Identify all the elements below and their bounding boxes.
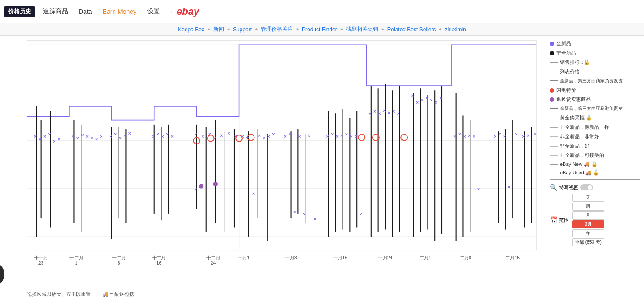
svg-text:×: × bbox=[508, 185, 511, 190]
legend-acceptable: 非全新品，可接受的 bbox=[550, 152, 640, 159]
nav-ebay[interactable]: ebay bbox=[177, 6, 199, 17]
svg-text:×: × bbox=[38, 137, 41, 142]
sep4: ✦ bbox=[296, 27, 299, 32]
main-content: $25 $20 $15 $10 $5 bbox=[0, 36, 644, 300]
svg-text:×: × bbox=[307, 134, 310, 139]
close-up-toggle[interactable] bbox=[580, 184, 593, 190]
legend-like-new: 非全新品，像新品一样 bbox=[550, 124, 640, 131]
truck-note: 🚚 = 配送包括 bbox=[102, 291, 134, 298]
svg-text:×: × bbox=[425, 96, 428, 101]
svg-text:×: × bbox=[272, 132, 275, 137]
legend-return: 退换货实惠商品 bbox=[550, 96, 640, 103]
nav-arrow: → bbox=[168, 8, 173, 15]
range-btn-year[interactable]: 年 bbox=[572, 229, 604, 237]
legend-sales-rank: 销售排行 ↕🔒 bbox=[550, 59, 640, 66]
svg-text:×: × bbox=[503, 135, 506, 139]
legend-line-good bbox=[550, 146, 558, 147]
nav-product-finder[interactable]: Product Finder bbox=[302, 26, 337, 33]
svg-text:×: × bbox=[171, 135, 174, 139]
svg-text:×: × bbox=[86, 135, 89, 139]
legend-label-likenew: 非全新品，像新品一样 bbox=[560, 124, 609, 131]
range-btn-all[interactable]: 全部 (853 天) bbox=[572, 238, 604, 246]
legend-label-new3p: 全新品，第三方由商家负责发货 bbox=[560, 78, 623, 84]
legend-label-good: 非全新品，好 bbox=[560, 143, 589, 149]
svg-text:×: × bbox=[499, 132, 501, 137]
legend-line-likenew bbox=[550, 127, 558, 128]
legend-line-buybox bbox=[550, 118, 558, 118]
legend-flash: 闪电特价 bbox=[550, 87, 640, 93]
svg-text:×: × bbox=[95, 137, 98, 142]
svg-text:十二月: 十二月 bbox=[112, 255, 125, 260]
svg-text:×: × bbox=[527, 134, 530, 139]
svg-text:一月1: 一月1 bbox=[238, 255, 250, 260]
svg-text:×: × bbox=[458, 132, 461, 137]
svg-text:×: × bbox=[331, 132, 334, 137]
svg-text:×: × bbox=[355, 135, 357, 139]
second-nav: Keepa Box ✦ 新闻 ✦ Support ✦ 管理价格关注 ✦ Prod… bbox=[0, 23, 644, 36]
range-btn-month[interactable]: 月 bbox=[572, 211, 604, 220]
legend-label-ebayused: eBay Used 🚚 🔒 bbox=[560, 170, 599, 176]
svg-text:×: × bbox=[284, 135, 287, 139]
nav-settings[interactable]: 设置 bbox=[143, 5, 164, 18]
svg-text:×: × bbox=[411, 93, 414, 98]
amz-scout-logo: AMZ 🔥 SCOUT PRO bbox=[0, 262, 4, 287]
svg-text:×: × bbox=[314, 216, 316, 221]
svg-text:×: × bbox=[267, 135, 270, 139]
svg-text:24: 24 bbox=[211, 261, 216, 266]
svg-text:×: × bbox=[453, 135, 456, 139]
range-btn-3month[interactable]: 3月 bbox=[572, 220, 604, 228]
svg-text:×: × bbox=[373, 109, 376, 114]
legend-dot-flash bbox=[550, 88, 554, 93]
legend-line-ebayused bbox=[550, 173, 558, 173]
svg-text:×: × bbox=[288, 132, 291, 137]
svg-point-143 bbox=[401, 134, 407, 140]
legend-list-price: 列表价格 bbox=[550, 68, 640, 75]
legend-label-new: 全新品 bbox=[556, 40, 571, 47]
nav-earn-money[interactable]: Earn Money bbox=[98, 5, 141, 18]
svg-text:二月15: 二月15 bbox=[505, 255, 520, 260]
legend-label-acceptable: 非全新品，可接受的 bbox=[560, 152, 604, 159]
close-up-row: 🔍 特写视图 bbox=[550, 184, 640, 191]
svg-text:×: × bbox=[194, 132, 197, 137]
nav-price-alert[interactable]: 管理价格关注 bbox=[261, 25, 293, 33]
legend-label-list: 列表价格 bbox=[560, 68, 580, 75]
svg-text:×: × bbox=[128, 131, 131, 136]
range-btn-week[interactable]: 周 bbox=[572, 203, 604, 211]
legend-line-verygood bbox=[550, 136, 558, 137]
svg-point-141 bbox=[358, 134, 365, 140]
legend-label-verygood: 非全新品，非常好 bbox=[560, 133, 599, 140]
svg-text:×: × bbox=[110, 135, 112, 139]
nav-news[interactable]: 新闻 bbox=[213, 25, 224, 33]
nav-support[interactable]: Support bbox=[233, 26, 252, 33]
svg-text:×: × bbox=[430, 98, 433, 103]
nav-best-sellers[interactable]: Related Best Sellers bbox=[387, 26, 436, 33]
svg-text:×: × bbox=[81, 133, 84, 138]
svg-text:×: × bbox=[336, 135, 339, 139]
legend-ebay-used: eBay Used 🚚 🔒 bbox=[550, 170, 640, 176]
svg-text:×: × bbox=[194, 187, 197, 192]
svg-text:×: × bbox=[157, 132, 159, 137]
nav-keepa-box[interactable]: Keepa Box bbox=[178, 26, 204, 33]
legend-line-acceptable bbox=[550, 155, 558, 156]
range-btn-day[interactable]: 天 bbox=[572, 194, 604, 202]
sep7: ✦ bbox=[438, 27, 442, 32]
svg-text:×: × bbox=[220, 134, 223, 139]
legend-label-used: 非全新品 bbox=[556, 50, 576, 56]
nav-track[interactable]: 追踪商品 bbox=[38, 5, 72, 18]
nav-user[interactable]: zhuximin bbox=[445, 26, 466, 33]
svg-text:×: × bbox=[494, 135, 496, 139]
range-buttons: 天 周 月 3月 年 全部 (853 天) bbox=[572, 194, 604, 246]
svg-text:×: × bbox=[421, 98, 424, 103]
svg-text:×: × bbox=[152, 135, 154, 139]
search-icon: 🔍 bbox=[550, 184, 557, 191]
svg-text:二月8: 二月8 bbox=[460, 255, 471, 260]
legend-dot-used bbox=[550, 51, 554, 55]
nav-promo[interactable]: 找到相关促销 bbox=[346, 25, 378, 33]
svg-text:×: × bbox=[227, 131, 230, 136]
svg-text:×: × bbox=[263, 136, 265, 141]
chart-area[interactable]: $25 $20 $15 $10 $5 bbox=[0, 36, 546, 300]
svg-point-145 bbox=[213, 182, 218, 186]
nav-data[interactable]: Data bbox=[74, 5, 97, 18]
legend-label-newamz: 全新品，第三方由亚马逊负责发 bbox=[560, 106, 623, 112]
svg-text:×: × bbox=[258, 134, 261, 139]
